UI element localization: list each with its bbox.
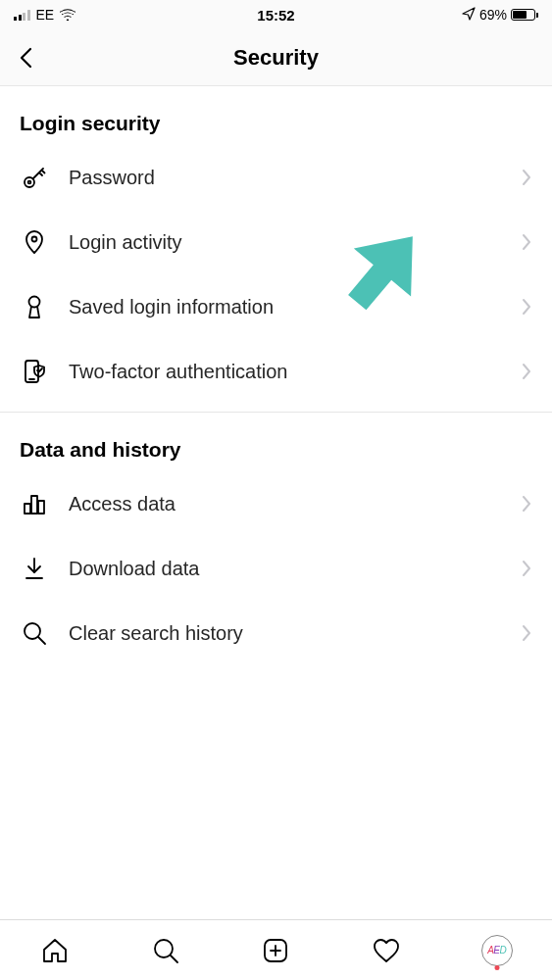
nav-header: Security	[0, 29, 552, 86]
clock-label: 15:52	[257, 7, 294, 24]
chevron-right-icon	[521, 363, 532, 380]
list-item-clear-search[interactable]: Clear search history	[0, 601, 552, 665]
list-item-download-data[interactable]: Download data	[0, 536, 552, 601]
list-item-label: Login activity	[69, 231, 501, 254]
tab-activity[interactable]	[365, 929, 408, 972]
svg-point-2	[32, 237, 37, 242]
tab-profile[interactable]: AED	[476, 929, 519, 972]
search-icon	[151, 936, 180, 965]
signal-bars-icon	[14, 10, 30, 21]
battery-fill	[513, 11, 527, 19]
section-header-login-security: Login security	[0, 86, 552, 145]
list-item-label: Two-factor authentication	[69, 361, 501, 383]
chevron-right-icon	[521, 560, 532, 577]
bar-chart-icon	[20, 489, 49, 518]
list-item-saved-login[interactable]: Saved login information	[0, 274, 552, 339]
chevron-left-icon	[18, 47, 35, 69]
svg-point-3	[29, 297, 40, 308]
svg-rect-8	[38, 501, 44, 514]
wifi-icon	[60, 7, 75, 24]
list-item-access-data[interactable]: Access data	[0, 471, 552, 536]
carrier-label: EE	[36, 7, 55, 23]
back-button[interactable]	[12, 41, 41, 74]
location-pin-icon	[20, 227, 49, 257]
list-item-login-activity[interactable]: Login activity	[0, 210, 552, 274]
keyhole-icon	[20, 292, 49, 321]
list-item-label: Saved login information	[69, 296, 501, 318]
tab-search[interactable]	[144, 929, 187, 972]
chevron-right-icon	[521, 495, 532, 513]
list-item-label: Access data	[69, 493, 501, 515]
magnifier-icon	[20, 618, 49, 648]
notification-dot-icon	[494, 965, 499, 970]
list-item-label: Clear search history	[69, 622, 501, 645]
svg-point-13	[155, 940, 173, 957]
chevron-right-icon	[521, 298, 532, 316]
status-left: EE	[14, 7, 75, 24]
list-item-two-factor[interactable]: Two-factor authentication	[0, 339, 552, 404]
svg-rect-7	[31, 496, 37, 514]
home-icon	[40, 936, 70, 965]
section-header-data-history: Data and history	[0, 413, 552, 471]
plus-box-icon	[261, 936, 290, 965]
phone-shield-icon	[20, 357, 49, 386]
svg-point-1	[28, 181, 31, 184]
svg-line-14	[171, 956, 177, 962]
location-arrow-icon	[462, 7, 476, 24]
key-icon	[20, 163, 49, 192]
list-item-password[interactable]: Password	[0, 145, 552, 210]
chevron-right-icon	[521, 169, 532, 186]
status-bar: EE 15:52 69%	[0, 0, 552, 29]
svg-line-12	[38, 637, 45, 644]
battery-percent-label: 69%	[479, 7, 507, 23]
chevron-right-icon	[521, 624, 532, 642]
list-item-label: Download data	[69, 558, 501, 580]
download-icon	[20, 554, 49, 583]
tab-home[interactable]	[33, 929, 76, 972]
battery-icon	[511, 9, 538, 21]
tab-bar: AED	[0, 919, 552, 980]
heart-icon	[372, 936, 401, 965]
avatar-icon: AED	[481, 935, 513, 966]
svg-rect-6	[25, 504, 30, 514]
tab-create[interactable]	[254, 929, 297, 972]
list-item-label: Password	[69, 167, 501, 189]
chevron-right-icon	[521, 233, 532, 251]
page-title: Security	[233, 45, 319, 71]
status-right: 69%	[462, 7, 538, 24]
